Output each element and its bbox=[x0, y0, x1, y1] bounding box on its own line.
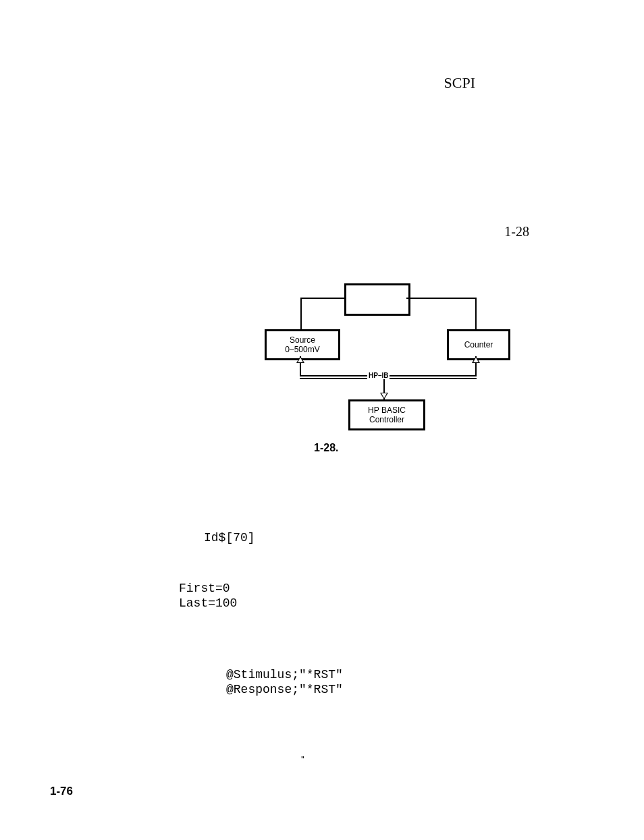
block-diagram: Source 0–500mV Counter HP BASIC Controll… bbox=[265, 283, 528, 452]
counter-label: Counter bbox=[464, 340, 493, 349]
arrow-down-icon bbox=[380, 393, 388, 399]
connector-line bbox=[475, 298, 477, 329]
code-line: Last=100 bbox=[179, 596, 237, 610]
code-line: First=0 bbox=[179, 582, 230, 595]
controller-label-2: Controller bbox=[369, 415, 404, 424]
page-reference: 1-28 bbox=[504, 224, 529, 240]
controller-box: HP BASIC Controller bbox=[348, 399, 425, 430]
code-line: @Response;"*RST" bbox=[226, 683, 343, 696]
bus-label: HP–IB bbox=[367, 372, 390, 379]
controller-label-1: HP BASIC bbox=[368, 405, 406, 415]
section-title: SCPI bbox=[444, 74, 475, 92]
arrow-up-icon bbox=[472, 356, 480, 363]
code-line: Id$[70] bbox=[204, 531, 255, 544]
connector-line bbox=[300, 298, 344, 299]
dut-box bbox=[344, 283, 410, 316]
stray-mark: " bbox=[301, 756, 304, 763]
source-range: 0–500mV bbox=[285, 345, 319, 354]
code-line: @Stimulus;"*RST" bbox=[226, 668, 343, 681]
page-number: 1-76 bbox=[50, 785, 73, 798]
figure-caption: 1-28. bbox=[314, 442, 338, 454]
source-label: Source bbox=[290, 335, 315, 345]
connector-line bbox=[406, 298, 477, 299]
connector-line bbox=[300, 298, 302, 329]
arrow-up-icon bbox=[296, 356, 304, 363]
